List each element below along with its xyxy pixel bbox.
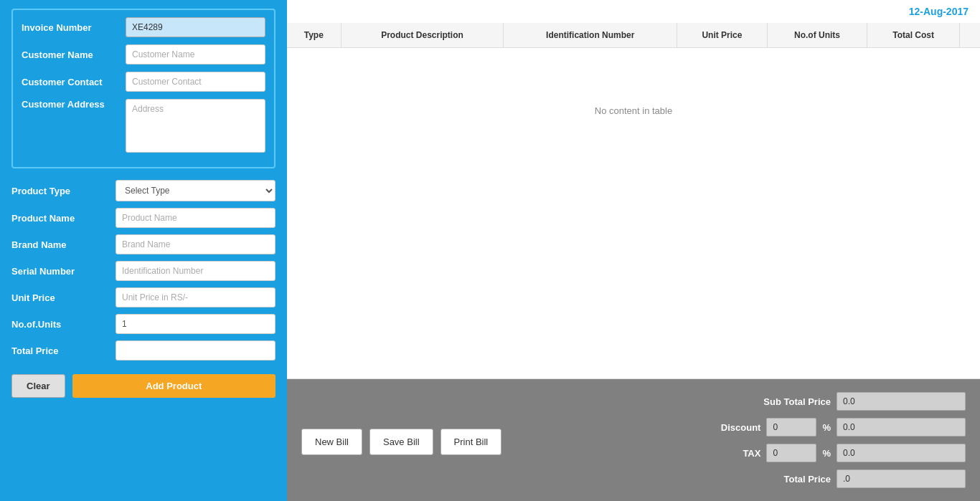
table-header: Type Product Description Identification …: [287, 23, 980, 48]
bottom-buttons: Clear Add Product: [11, 374, 275, 401]
discount-percent-input[interactable]: [766, 418, 816, 436]
unit-price-row: Unit Price: [11, 287, 275, 307]
serial-number-label: Serial Number: [11, 266, 116, 277]
discount-row: Discount %: [621, 418, 966, 436]
customer-name-label: Customer Name: [22, 49, 126, 60]
invoice-label: Invoice Number: [22, 22, 126, 33]
serial-number-input[interactable]: [116, 261, 275, 281]
left-panel: Invoice Number Customer Name Customer Co…: [0, 0, 287, 501]
invoice-row: Invoice Number: [22, 17, 265, 37]
col-total-cost: Total Cost: [867, 23, 960, 48]
tax-percent-sign: %: [822, 448, 831, 459]
customer-section: Invoice Number Customer Name Customer Co…: [11, 9, 275, 168]
right-panel: 12-Aug-2017 Type Product Description Ide…: [287, 0, 980, 501]
date-display: 12-Aug-2017: [909, 6, 969, 17]
footer-section: New Bill Save Bill Print Bill Sub Total …: [287, 379, 980, 501]
save-bill-button[interactable]: Save Bill: [369, 429, 433, 455]
col-unit-price: Unit Price: [677, 23, 768, 48]
brand-name-row: Brand Name: [11, 234, 275, 254]
total-price-footer-label: Total Price: [745, 474, 831, 485]
serial-number-row: Serial Number: [11, 261, 275, 281]
no-of-units-input[interactable]: [116, 314, 275, 334]
unit-price-label: Unit Price: [11, 292, 116, 303]
product-name-input[interactable]: [116, 208, 275, 228]
table-section: Type Product Description Identification …: [287, 23, 980, 379]
product-name-label: Product Name: [11, 213, 116, 224]
totals-section: Sub Total Price Discount % TAX % Total P…: [621, 392, 966, 488]
brand-name-input[interactable]: [116, 234, 275, 254]
unit-price-input[interactable]: [116, 287, 275, 307]
no-of-units-label: No.of.Units: [11, 319, 116, 330]
footer-buttons: New Bill Save Bill Print Bill: [301, 426, 501, 455]
print-bill-button[interactable]: Print Bill: [440, 429, 502, 455]
col-product-description: Product Description: [341, 23, 504, 48]
col-no-of-units: No.of Units: [767, 23, 867, 48]
new-bill-button[interactable]: New Bill: [301, 429, 362, 455]
discount-percent-sign: %: [822, 422, 831, 433]
product-section: Product Type Select Type Product Name Br…: [11, 180, 275, 492]
customer-address-row: Customer Address: [22, 99, 265, 153]
product-type-label: Product Type: [11, 186, 116, 196]
no-content-message: No content in table: [287, 48, 980, 174]
customer-contact-row: Customer Contact: [22, 72, 265, 92]
discount-value-input[interactable]: [837, 418, 966, 436]
add-product-button[interactable]: Add Product: [72, 374, 275, 398]
tax-percent-input[interactable]: [766, 444, 816, 462]
product-type-row: Product Type Select Type: [11, 180, 275, 201]
brand-name-label: Brand Name: [11, 239, 116, 250]
total-price-footer-row: Total Price: [621, 469, 966, 488]
products-table: Type Product Description Identification …: [287, 23, 980, 173]
product-type-select[interactable]: Select Type: [116, 180, 275, 201]
no-of-units-row: No.of.Units: [11, 314, 275, 334]
total-price-row: Total Price: [11, 340, 275, 361]
total-price-input[interactable]: [116, 340, 275, 361]
customer-name-input[interactable]: [126, 44, 265, 65]
customer-name-row: Customer Name: [22, 44, 265, 65]
customer-contact-input[interactable]: [126, 72, 265, 92]
tax-row: TAX %: [621, 444, 966, 462]
sub-total-row: Sub Total Price: [621, 392, 966, 411]
col-identification-number: Identification Number: [504, 23, 677, 48]
total-price-footer-input[interactable]: [837, 469, 966, 488]
sub-total-input[interactable]: [837, 392, 966, 411]
customer-contact-label: Customer Contact: [22, 77, 126, 87]
col-actions: [960, 23, 980, 48]
total-price-left-label: Total Price: [11, 345, 116, 356]
clear-button[interactable]: Clear: [11, 374, 65, 398]
tax-label: TAX: [674, 448, 760, 459]
customer-address-label: Customer Address: [22, 99, 126, 110]
product-name-row: Product Name: [11, 208, 275, 228]
tax-value-input[interactable]: [837, 444, 966, 462]
table-body: No content in table: [287, 48, 980, 174]
date-bar: 12-Aug-2017: [287, 0, 980, 23]
customer-address-input[interactable]: [126, 99, 265, 153]
invoice-input[interactable]: [126, 17, 265, 37]
sub-total-label: Sub Total Price: [745, 396, 831, 407]
discount-label: Discount: [674, 422, 760, 433]
col-type: Type: [287, 23, 341, 48]
